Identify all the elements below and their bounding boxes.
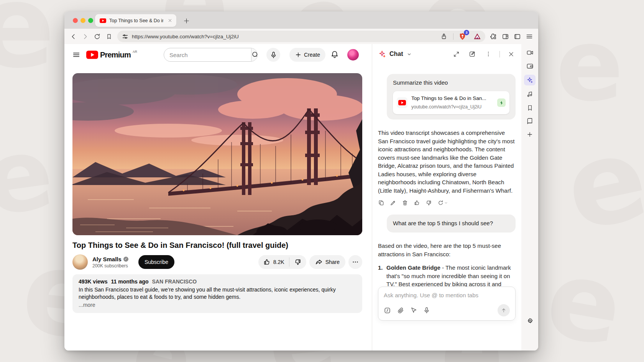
bookmark-icon[interactable] bbox=[103, 31, 115, 43]
leo-ai-icon[interactable] bbox=[524, 75, 536, 85]
location-hashtag[interactable]: SAN FRANCISCO bbox=[152, 278, 197, 285]
chat-conversation[interactable]: Summarize this video Top Things to See &… bbox=[372, 64, 521, 287]
search-icon bbox=[251, 51, 258, 59]
description-box[interactable]: 493K views 11 months ago SAN FRANCISCO I… bbox=[72, 274, 362, 313]
create-button[interactable]: Create bbox=[289, 48, 325, 62]
copy-icon[interactable] bbox=[378, 200, 384, 206]
youtube-premium-logo[interactable]: Premium AR bbox=[86, 51, 137, 59]
plus-icon bbox=[295, 51, 302, 58]
chat-menu-icon[interactable] bbox=[483, 49, 493, 59]
video-title: Top Things to See & Do in San Francisco!… bbox=[72, 241, 362, 250]
browser-toolbar: https://www.youtube.com/watch?v=cjlza_Uj… bbox=[64, 29, 538, 44]
user-message-text: Summarize this video bbox=[393, 79, 509, 87]
send-button[interactable] bbox=[498, 304, 510, 316]
chat-header-divider bbox=[499, 51, 500, 57]
like-count: 8.2K bbox=[273, 259, 284, 265]
minimize-window-button[interactable] bbox=[80, 18, 85, 23]
dislike-button[interactable] bbox=[289, 258, 306, 266]
channel-name[interactable]: Aly Smalls bbox=[92, 256, 122, 262]
notifications-button[interactable] bbox=[330, 50, 339, 59]
back-icon[interactable] bbox=[67, 31, 79, 43]
delete-icon[interactable] bbox=[402, 200, 408, 206]
maximize-window-button[interactable] bbox=[88, 18, 93, 23]
video-link-card[interactable]: Top Things to See & Do in San... youtube… bbox=[393, 91, 509, 114]
video-player[interactable] bbox=[72, 73, 362, 235]
page-attached-badge bbox=[497, 98, 506, 107]
youtube-region-code: AR bbox=[133, 50, 137, 54]
bookmarks-icon[interactable] bbox=[524, 103, 536, 112]
share-label: Share bbox=[325, 259, 340, 265]
close-window-button[interactable] bbox=[73, 18, 78, 23]
reload-icon[interactable] bbox=[91, 31, 103, 43]
thumbs-up-feedback-icon[interactable] bbox=[414, 200, 420, 206]
regenerate-chevron-icon bbox=[444, 201, 448, 205]
channel-avatar[interactable] bbox=[72, 254, 88, 270]
new-chat-icon[interactable] bbox=[467, 49, 477, 59]
leo-chat-panel: Chat Summarize this video bbox=[372, 44, 521, 351]
show-more-button[interactable]: ...more bbox=[79, 302, 356, 308]
content-area: Premium AR Create bbox=[64, 44, 538, 351]
youtube-page: Premium AR Create bbox=[64, 44, 372, 351]
leo-sparkle-icon bbox=[378, 50, 386, 58]
slash-commands-icon[interactable] bbox=[384, 307, 391, 314]
screen-context-icon[interactable] bbox=[410, 307, 417, 314]
site-settings-icon[interactable] bbox=[122, 33, 128, 40]
view-count: 493K views bbox=[79, 278, 108, 285]
regenerate-icon[interactable] bbox=[437, 200, 448, 206]
close-chat-icon[interactable] bbox=[506, 49, 516, 59]
url-text[interactable]: https://www.youtube.com/watch?v=cjlza_Uj… bbox=[132, 34, 434, 39]
chat-panel-title[interactable]: Chat bbox=[389, 51, 403, 57]
voice-input-icon[interactable] bbox=[423, 307, 430, 314]
tab-strip: Top Things to See & Do in... bbox=[64, 11, 538, 29]
youtube-menu-icon[interactable] bbox=[72, 51, 80, 59]
link-card-url: youtube.com/watch?v=cjlza_Uj2iU bbox=[411, 103, 493, 111]
toolbar-divider bbox=[453, 33, 453, 40]
edit-icon[interactable] bbox=[390, 200, 396, 206]
like-button[interactable]: 8.2K bbox=[258, 258, 289, 266]
share-button[interactable]: Share bbox=[309, 255, 345, 269]
list-item-number: 1. bbox=[378, 264, 386, 287]
add-panel-icon[interactable] bbox=[524, 130, 536, 139]
subscribe-button[interactable]: Subscribe bbox=[138, 255, 174, 269]
channel-meta: Aly Smalls ✓ 200K subscribers bbox=[92, 256, 128, 269]
menu-icon[interactable] bbox=[523, 31, 535, 43]
new-tab-button[interactable] bbox=[181, 15, 192, 26]
close-tab-icon[interactable] bbox=[166, 17, 173, 24]
sidebar-toggle-icon[interactable] bbox=[499, 31, 511, 43]
message-actions bbox=[378, 200, 516, 206]
assistant-summary: This video transcript showcases a compre… bbox=[378, 129, 516, 195]
settings-icon[interactable] bbox=[524, 316, 536, 326]
chat-input-box bbox=[378, 287, 516, 321]
reading-panel-icon[interactable] bbox=[511, 31, 523, 43]
chat-input[interactable] bbox=[384, 292, 510, 298]
brave-talk-icon[interactable] bbox=[524, 48, 536, 57]
youtube-favicon bbox=[100, 18, 106, 23]
expand-panel-icon[interactable] bbox=[451, 49, 461, 59]
extensions-icon[interactable] bbox=[488, 31, 499, 43]
brave-rewards-icon[interactable] bbox=[471, 31, 483, 43]
brave-shields-icon[interactable]: 3 bbox=[457, 31, 468, 42]
list-item-body: Golden Gate Bridge - The most iconic lan… bbox=[386, 264, 516, 287]
chat-header: Chat bbox=[372, 44, 521, 64]
playlist-icon[interactable] bbox=[524, 90, 536, 99]
attach-file-icon[interactable] bbox=[397, 307, 404, 314]
create-label: Create bbox=[304, 52, 320, 58]
like-dislike-pill: 8.2K bbox=[258, 255, 306, 269]
list-item: 1. Golden Gate Bridge - The most iconic … bbox=[378, 264, 516, 287]
tab-title: Top Things to See & Do in... bbox=[109, 18, 163, 23]
search-button[interactable] bbox=[251, 48, 258, 61]
forward-icon[interactable] bbox=[79, 31, 91, 43]
profile-avatar[interactable] bbox=[347, 49, 359, 61]
thumbs-down-feedback-icon[interactable] bbox=[426, 200, 432, 206]
browser-tab[interactable]: Top Things to See & Do in... bbox=[95, 14, 176, 27]
voice-search-button[interactable] bbox=[266, 48, 280, 62]
wallet-icon[interactable] bbox=[524, 61, 536, 70]
chevron-down-icon[interactable] bbox=[406, 51, 412, 57]
verified-badge-icon: ✓ bbox=[123, 257, 128, 262]
publish-date: 11 months ago bbox=[111, 278, 149, 285]
more-actions-button[interactable] bbox=[348, 255, 362, 269]
address-bar[interactable]: https://www.youtube.com/watch?v=cjlza_Uj… bbox=[117, 31, 485, 42]
search-input[interactable] bbox=[164, 48, 251, 61]
reading-list-icon[interactable] bbox=[524, 116, 536, 126]
share-icon[interactable] bbox=[438, 31, 450, 43]
